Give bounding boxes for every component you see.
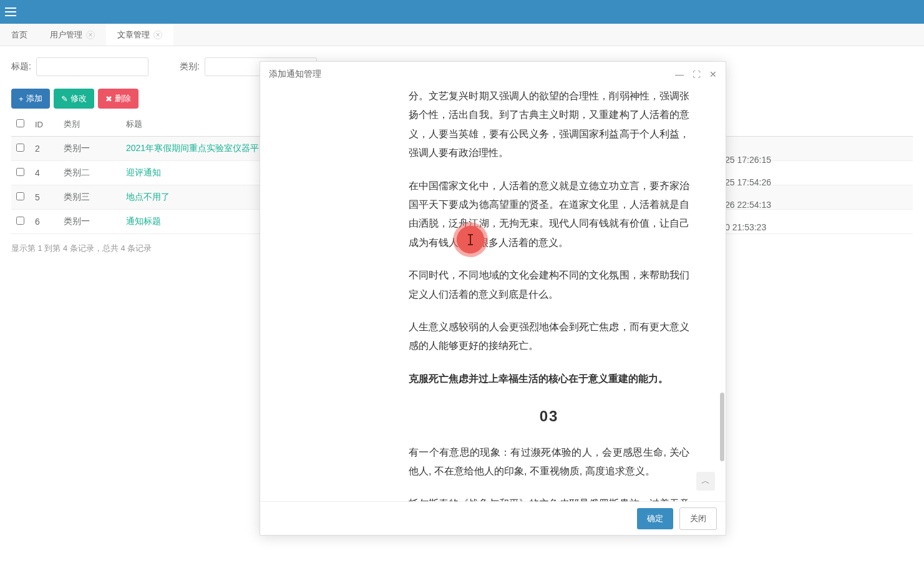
delete-button-label: 删除 bbox=[115, 93, 131, 104]
add-notice-modal: 添加通知管理 — ⛶ ✕ 分。文艺复兴时期又强调人的欲望的合理性，削弱神性，强调… bbox=[260, 61, 726, 536]
row-checkbox[interactable] bbox=[16, 168, 24, 176]
filter-category-label: 类别: bbox=[180, 61, 200, 72]
cell-category: 类别一 bbox=[59, 137, 121, 161]
top-bar bbox=[0, 0, 924, 24]
edit-button[interactable]: ✎ 修改 bbox=[54, 89, 94, 109]
select-all-checkbox[interactable] bbox=[16, 119, 24, 127]
cancel-button[interactable]: 关闭 bbox=[679, 507, 717, 530]
tab-label: 用户管理 bbox=[50, 29, 82, 41]
row-time: 25 17:54:26 bbox=[725, 177, 850, 187]
row-time: 25 17:26:15 bbox=[725, 155, 850, 165]
modal-header: 添加通知管理 — ⛶ ✕ bbox=[260, 62, 726, 87]
tab-user-mgmt[interactable]: 用户管理 × bbox=[39, 24, 106, 46]
add-button-label: 添加 bbox=[26, 93, 42, 104]
modal-window-controls: — ⛶ ✕ bbox=[675, 69, 717, 79]
row-checkbox[interactable] bbox=[16, 144, 24, 152]
modal-title: 添加通知管理 bbox=[269, 69, 321, 80]
paragraph: 人生意义感较弱的人会更强烈地体会到死亡焦虑，而有更大意义感的人能够更好的接纳死亡… bbox=[409, 318, 689, 356]
tab-home[interactable]: 首页 bbox=[0, 24, 39, 46]
cell-category: 类别三 bbox=[59, 185, 121, 210]
tab-article-mgmt[interactable]: 文章管理 × bbox=[106, 24, 173, 46]
section-number: 03 bbox=[409, 402, 689, 431]
paragraph: 有一个有意思的现象：有过濒死体验的人，会更感恩生命, 关心他人, 不在意给他人的… bbox=[409, 443, 689, 481]
close-icon[interactable]: ✕ bbox=[709, 69, 717, 79]
pencil-icon: ✎ bbox=[61, 94, 68, 104]
row-checkbox[interactable] bbox=[16, 192, 24, 200]
cell-id: 2 bbox=[30, 137, 59, 161]
article-content[interactable]: 分。文艺复兴时期又强调人的欲望的合理性，削弱神性，强调张扬个性，活出自我。到了古… bbox=[409, 87, 689, 501]
scrollbar-thumb[interactable] bbox=[720, 393, 724, 461]
add-button[interactable]: + 添加 bbox=[11, 89, 50, 109]
close-icon[interactable]: × bbox=[153, 31, 162, 39]
delete-button[interactable]: ✖ 删除 bbox=[98, 89, 139, 109]
cell-id: 4 bbox=[30, 161, 59, 185]
close-icon[interactable]: × bbox=[86, 31, 95, 39]
col-id[interactable]: ID bbox=[30, 112, 59, 137]
chevron-up-icon: ︿ bbox=[701, 476, 710, 487]
cell-category: 类别二 bbox=[59, 161, 121, 185]
paragraph: 分。文艺复兴时期又强调人的欲望的合理性，削弱神性，强调张扬个性，活出自我。到了古… bbox=[409, 87, 689, 163]
maximize-icon[interactable]: ⛶ bbox=[693, 70, 701, 79]
confirm-button[interactable]: 确定 bbox=[637, 508, 673, 529]
cell-id: 5 bbox=[30, 185, 59, 210]
paragraph: 托尔斯泰的《战争与和平》的主角皮耶是俄罗斯贵族，过着无意义的空虚生活。当皮耶被拿… bbox=[409, 494, 689, 501]
edit-button-label: 修改 bbox=[71, 93, 87, 104]
scroll-top-button[interactable]: ︿ bbox=[696, 472, 715, 491]
cursor-indicator bbox=[453, 222, 488, 257]
filter-title-label: 标题: bbox=[11, 61, 31, 72]
cell-id: 6 bbox=[30, 210, 59, 234]
filter-title: 标题: bbox=[11, 57, 148, 76]
menu-toggle-icon[interactable] bbox=[5, 7, 16, 16]
paragraph: 不同时代，不同地域的文化会建构不同的文化氛围，来帮助我们定义人们活着的意义到底是… bbox=[409, 266, 689, 304]
tab-label: 首页 bbox=[11, 29, 27, 41]
row-time: 26 22:54:13 bbox=[725, 200, 850, 210]
title-input[interactable] bbox=[36, 57, 148, 76]
trash-icon: ✖ bbox=[105, 94, 112, 104]
plus-icon: + bbox=[19, 94, 24, 104]
modal-body: 分。文艺复兴时期又强调人的欲望的合理性，削弱神性，强调张扬个性，活出自我。到了古… bbox=[260, 87, 726, 501]
tab-bar: 首页 用户管理 × 文章管理 × bbox=[0, 24, 924, 46]
tab-label: 文章管理 bbox=[117, 29, 150, 41]
row-checkbox[interactable] bbox=[16, 217, 24, 225]
paragraph: 在中国儒家文化中，人活着的意义就是立德立功立言，要齐家治国平天下要成为德高望重的… bbox=[409, 177, 689, 253]
text-cursor-icon bbox=[470, 234, 471, 245]
col-category[interactable]: 类别 bbox=[59, 112, 121, 137]
minimize-icon[interactable]: — bbox=[675, 69, 684, 79]
cell-category: 类别一 bbox=[59, 210, 121, 234]
modal-footer: 确定 关闭 bbox=[260, 501, 726, 535]
row-time: 0 21:53:23 bbox=[725, 222, 850, 232]
paragraph-bold: 克服死亡焦虑并过上幸福生活的核心在于意义重建的能力。 bbox=[409, 370, 689, 388]
